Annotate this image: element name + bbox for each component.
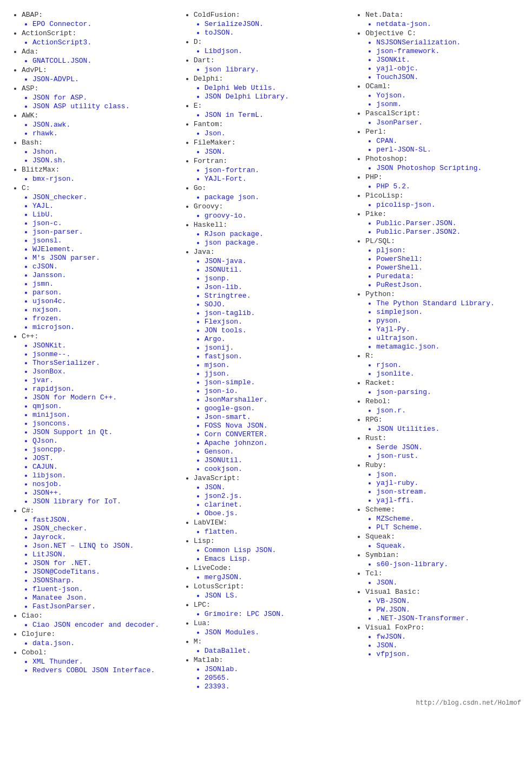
list-item: Scheme:MZScheme.PLT Scheme. [365,506,521,532]
list-item: JSON ASP utility class. [32,102,178,110]
list-item: Ciao:Ciao JSON encoder and decoder. [22,612,178,629]
lang-label: Haskell: [194,221,227,229]
list-item: frozen. [32,314,178,323]
list-item: LiveCode:mergJSON. [194,564,350,581]
list-item: Serde JSON. [376,443,521,451]
list-item: Perl:CPAN.perl-JSON-SL. [365,128,521,154]
lang-label: PascalScript: [365,109,420,117]
lang-label: LotusScript: [194,582,245,591]
list-item: PowerShell. [376,264,521,272]
list-item: Matlab:JSONlab.20565.23393. [194,656,350,691]
list-item: Go:package json. [194,184,350,201]
list-item: Manatee Json. [32,594,178,602]
list-item: JSON_checker. [32,524,178,533]
list-item: yajl-objc. [376,64,521,73]
column-1: ABAP:EPO Connector.ActionScript:ActionSc… [11,11,178,678]
lang-label: Matlab: [194,656,224,664]
lang-label: Ada: [22,48,38,56]
list-item: Jayrock. [32,533,178,541]
list-item: ActionScript3. [32,38,178,47]
list-item: FastJsonParser. [32,602,178,611]
list-item: M:DataBallet. [194,638,350,655]
list-item: DataBallet. [205,647,350,655]
list-item: C++:JSONKit.jsonme--.ThorsSerializer.Jso… [22,332,178,506]
lang-label: PHP: [365,173,382,181]
lang-label: Tcl: [365,569,382,578]
list-item: Net.Data:netdata-json. [365,11,521,28]
list-item: Fortran:json-fortran.YAJL-Fort. [194,157,350,183]
list-item: minijson. [32,411,178,419]
list-item: M's JSON parser. [32,254,178,262]
list-item: JsonBox. [32,368,178,376]
list-item: CPAN. [376,137,521,145]
list-item: fastJSON. [32,516,178,524]
footer-url: http://blog.csdn.net/Holmof [11,699,521,707]
list-item: json-parser. [32,228,178,236]
lang-label: LPC: [194,601,211,609]
list-item: rhawk. [32,129,178,137]
list-item: JSON++. [32,489,178,497]
list-item: json.r. [376,406,521,415]
list-item: JSON. [205,483,350,491]
lang-label: OCaml: [365,82,391,90]
list-item: E:JSON in TermL. [194,102,350,119]
lang-label: Groovy: [194,202,224,211]
list-item: LibU. [32,211,178,219]
lang-label: Squeak: [365,533,395,541]
lang-label: C: [22,184,30,192]
lang-label: Ruby: [365,461,386,469]
list-item: qmjson. [32,402,178,410]
list-item: s60-json-library. [376,560,521,568]
list-item: Oboe.js. [205,509,350,517]
list-item: ABAP:EPO Connector. [22,11,178,28]
lang-label: AdvPL: [22,66,47,74]
list-item: Lua:JSON Modules. [194,619,350,637]
list-item: parson. [32,288,178,297]
lang-label: RPG: [365,416,382,424]
list-item: Tcl:JSON. [365,569,521,587]
list-item: rjson. [376,361,521,369]
list-item: QJson. [32,437,178,445]
list-item: Squeak:Squeak. [365,533,521,550]
list-item: JSON LS. [205,592,350,600]
list-item: PicoLisp:picolisp-json. [365,192,521,209]
list-item: MZScheme. [376,515,521,523]
lang-label: Fantom: [194,120,224,128]
list-item: JSON.awk. [32,121,178,129]
list-item: pyson. [376,317,521,325]
list-item: flatten. [205,528,350,536]
lang-label: Scheme: [365,506,395,514]
list-item: json-stream. [376,488,521,496]
list-item: Bash:Jshon.JSON.sh. [22,139,178,165]
list-item: JOST. [32,454,178,462]
lang-label: Visual FoxPro: [365,624,424,632]
list-item: RJson package. [205,230,350,238]
list-item: perl-JSON-SL. [376,146,521,154]
list-item: Corn CONVERTER. [205,430,350,438]
list-item: Delphi Web Utils. [205,84,350,92]
list-item: JavaScript:JSON.json2.js.clarinet.Oboe.j… [194,474,350,517]
lang-label: D: [194,38,202,46]
list-item: picolisp-json. [376,201,521,209]
list-item: yajl-ruby. [376,479,521,487]
list-item: SerializeJSON. [205,20,350,28]
list-item: Rust:Serde JSON.json-rust. [365,434,521,460]
list-item: YAJL-Fort. [205,175,350,183]
list-item: Stringtree. [205,292,350,300]
list-item: Python:The Python Standard Library.simpl… [365,290,521,351]
list-item: data.json. [32,639,178,647]
list-item: ThorsSerializer. [32,359,178,367]
list-item: Delphi:Delphi Web Utils.JSON Delphi Libr… [194,75,350,101]
list-item: FOSS Nova JSON. [205,422,350,430]
list-item: OCaml:Yojson.jsonm. [365,82,521,108]
list-item: json-c. [32,219,178,227]
list-item: jsonsl. [32,237,178,245]
list-item: Json-lib. [205,283,350,291]
lang-label: BlitzMax: [22,166,60,174]
list-item: Clojure:data.json. [22,630,178,647]
list-item: metamagic.json. [376,343,521,351]
list-item: Public.Parser.JSON. [376,219,521,227]
list-item: Ruby:json.yajl-ruby.json-stream.yajl-ffi… [365,461,521,504]
list-item: GNATCOLL.JSON. [32,57,178,65]
list-item: json package. [205,239,350,247]
